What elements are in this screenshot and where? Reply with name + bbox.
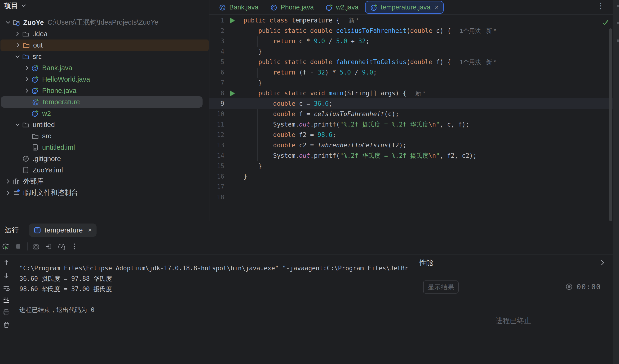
chevron-spacer bbox=[23, 109, 31, 118]
chevron-right-icon[interactable] bbox=[23, 86, 31, 95]
chevron-right-icon[interactable] bbox=[14, 41, 22, 49]
chevron-right-icon[interactable] bbox=[23, 75, 31, 83]
inlay-hint[interactable]: 新 * bbox=[415, 90, 425, 96]
editor-tab-bar: CBank.javaCPhone.javaCw2.javaCtemperatur… bbox=[210, 0, 613, 15]
tree-item-___[interactable]: 外部库 bbox=[0, 176, 209, 187]
inlay-hint[interactable]: 新 * bbox=[486, 59, 496, 65]
kebab-menu-icon[interactable] bbox=[70, 243, 78, 250]
folder-gray-icon bbox=[22, 121, 30, 129]
main-area: 项目 ZuoYeC:\Users\王泯钧\IdeaProjects\ZuoYe.… bbox=[0, 0, 613, 364]
performance-panel-spacer bbox=[414, 239, 613, 254]
tree-item-Phone.java[interactable]: CPhone.java bbox=[0, 85, 209, 96]
chevron-right-icon[interactable] bbox=[599, 259, 606, 267]
editor-tab-Bank.java[interactable]: CBank.java bbox=[214, 1, 264, 14]
timer-value: 00:00 bbox=[577, 283, 601, 291]
tree-item-HelloWorld.java[interactable]: CHelloWorld.java bbox=[0, 74, 209, 85]
tree-item-.idea[interactable]: .idea bbox=[0, 28, 209, 40]
run-tool-window: 运行 temperature × "C:\Program Files\Eclip… bbox=[0, 221, 613, 364]
clear-trash-icon[interactable] bbox=[3, 321, 10, 328]
tree-item-temperature[interactable]: Ctemperature bbox=[1, 96, 203, 108]
rerun-icon[interactable] bbox=[1, 243, 10, 250]
performance-header[interactable]: 性能 bbox=[414, 254, 613, 271]
tab-label: w2.java bbox=[336, 3, 358, 11]
inlay-hint[interactable]: 1个用法 bbox=[460, 27, 481, 34]
chevron-right-icon[interactable] bbox=[4, 177, 12, 186]
chevron-down-icon[interactable] bbox=[4, 18, 12, 27]
line-number: 12 bbox=[210, 130, 224, 140]
tree-item-label: Phone.java bbox=[42, 87, 76, 94]
performance-panel: 性能 显示结果 00:00 进程已终止 bbox=[414, 239, 613, 364]
show-results-button[interactable]: 显示结果 bbox=[423, 281, 459, 294]
arrow-up-icon[interactable] bbox=[3, 259, 10, 266]
tree-item-ZuoYe.iml[interactable]: ZuoYe.iml bbox=[0, 164, 209, 176]
iml-file-icon bbox=[22, 166, 30, 174]
arrow-down-icon[interactable] bbox=[3, 272, 10, 279]
line-number: 5 bbox=[210, 57, 224, 67]
code-line-6: 6 return (f - 32) * 5.0 / 9.0; bbox=[210, 67, 613, 78]
tree-item-label: w2 bbox=[42, 109, 51, 117]
editor-tab-temperature.java[interactable]: Ctemperature.java× bbox=[365, 1, 444, 14]
tree-item-untitled.iml[interactable]: untitled.iml bbox=[0, 142, 209, 153]
code-line-2: 2 public static double celsiusToFahrenhe… bbox=[210, 26, 613, 36]
stripe-icon[interactable] bbox=[617, 5, 619, 7]
code-editor[interactable]: 1public class temperature { 新 *2 public … bbox=[210, 15, 613, 221]
editor-tab-Phone.java[interactable]: CPhone.java bbox=[265, 1, 319, 14]
run-line-icon[interactable] bbox=[228, 17, 235, 24]
inlay-hint[interactable]: 新 * bbox=[486, 27, 496, 34]
run-config-tab[interactable]: temperature × bbox=[29, 224, 97, 237]
chevron-down-icon[interactable] bbox=[13, 52, 22, 61]
close-icon[interactable]: × bbox=[435, 3, 438, 11]
tree-item-Bank.java[interactable]: CBank.java bbox=[0, 62, 209, 74]
inspections-ok-icon[interactable] bbox=[602, 18, 609, 26]
folder-orange-icon bbox=[22, 41, 30, 49]
code-line-13: 13 double c2 = fahrenheitToCelsius(f2); bbox=[210, 140, 613, 150]
console-output[interactable]: "C:\Program Files\Eclipse Adoptium\jdk-1… bbox=[13, 255, 414, 364]
ignored-file-icon bbox=[22, 155, 30, 163]
tree-item-w2[interactable]: Cw2 bbox=[0, 108, 209, 119]
tree-item-out[interactable]: out bbox=[0, 40, 209, 51]
tree-item-.gitignore[interactable]: .gitignore bbox=[0, 153, 209, 164]
print-icon[interactable] bbox=[3, 309, 10, 316]
stop-icon[interactable] bbox=[14, 243, 22, 250]
camera-snapshot-icon[interactable] bbox=[32, 243, 40, 250]
stripe-icon[interactable] bbox=[617, 40, 619, 42]
editor-scrollbar[interactable] bbox=[609, 28, 612, 221]
ide-window: 项目 ZuoYeC:\Users\王泯钧\IdeaProjects\ZuoYe.… bbox=[0, 0, 619, 364]
kebab-menu-icon[interactable]: ⋮ bbox=[597, 1, 605, 10]
profiler-gauge-icon[interactable] bbox=[57, 243, 66, 250]
line-number: 17 bbox=[210, 182, 224, 192]
code-line-12: 12 double f2 = 98.6; bbox=[210, 130, 613, 140]
line-number: 2 bbox=[210, 26, 224, 36]
line-number: 1 bbox=[210, 15, 224, 26]
scratch-icon bbox=[12, 189, 20, 197]
line-number: 4 bbox=[210, 46, 224, 57]
chevron-spacer bbox=[13, 154, 22, 163]
console-line bbox=[19, 294, 414, 305]
library-icon bbox=[12, 177, 20, 185]
line-number: 15 bbox=[210, 161, 224, 171]
soft-wrap-icon[interactable] bbox=[3, 284, 10, 292]
chevron-down-icon[interactable] bbox=[13, 120, 22, 129]
tree-item-________[interactable]: 临时文件和控制台 bbox=[0, 187, 209, 198]
inlay-hint[interactable]: 1个用法 bbox=[460, 59, 481, 65]
tree-item-src[interactable]: src bbox=[0, 130, 209, 142]
chevron-right-icon[interactable] bbox=[13, 29, 22, 38]
right-tool-window-stripe[interactable] bbox=[613, 0, 619, 364]
editor-tab-w2.java[interactable]: Cw2.java bbox=[320, 1, 364, 14]
code-line-18: 18 bbox=[210, 192, 613, 202]
chevron-right-icon[interactable] bbox=[23, 64, 31, 72]
tree-item-untitled[interactable]: untitled bbox=[0, 119, 209, 130]
tab-label: temperature.java bbox=[381, 3, 430, 11]
scroll-to-end-icon[interactable] bbox=[3, 296, 10, 304]
thread-dump-icon[interactable] bbox=[45, 243, 53, 250]
tree-item-src[interactable]: src bbox=[0, 51, 209, 62]
project-header[interactable]: 项目 bbox=[0, 0, 209, 11]
tree-item-label: untitled.iml bbox=[42, 144, 75, 151]
run-line-icon[interactable] bbox=[228, 90, 235, 97]
tree-item-ZuoYe[interactable]: ZuoYeC:\Users\王泯钧\IdeaProjects\ZuoYe bbox=[0, 17, 209, 28]
stripe-icon[interactable] bbox=[617, 22, 619, 24]
close-icon[interactable]: × bbox=[88, 226, 92, 234]
chevron-down-icon[interactable] bbox=[20, 2, 28, 10]
inlay-hint[interactable]: 新 * bbox=[349, 17, 359, 24]
chevron-right-icon[interactable] bbox=[4, 189, 12, 197]
